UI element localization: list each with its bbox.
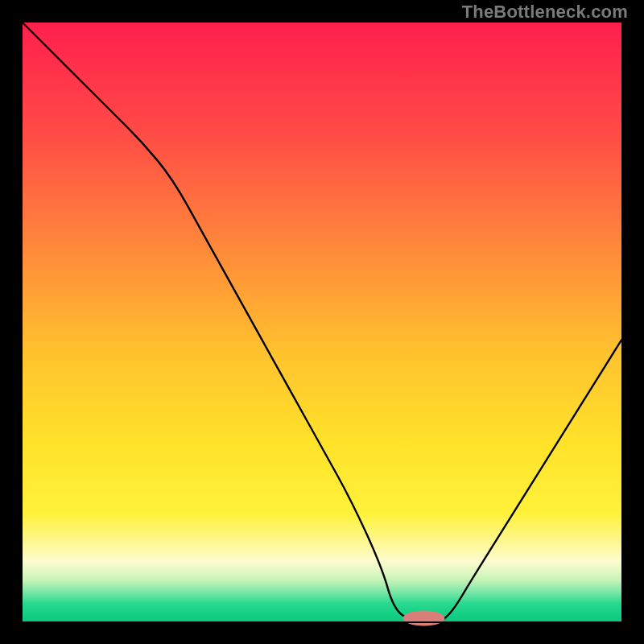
plot-frame-bottom	[21, 621, 623, 623]
optimal-marker	[402, 611, 444, 626]
chart-stage: TheBottleneck.com	[0, 0, 644, 644]
watermark-text: TheBottleneck.com	[462, 2, 628, 23]
plot-frame-left	[21, 21, 23, 623]
plot-frame-right	[621, 21, 623, 623]
bottleneck-chart	[0, 0, 644, 644]
